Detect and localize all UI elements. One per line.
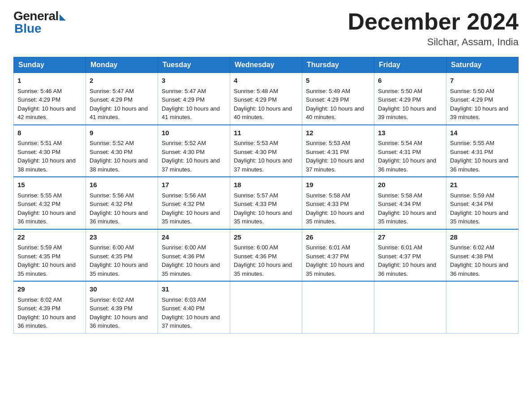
day-number: 12: [306, 128, 370, 138]
day-info: Sunrise: 5:57 AMSunset: 4:33 PMDaylight:…: [234, 192, 292, 225]
day-number: 3: [162, 76, 226, 86]
day-info: Sunrise: 5:49 AMSunset: 4:29 PMDaylight:…: [306, 88, 364, 121]
logo-arrow-icon: [60, 14, 66, 21]
calendar-cell: [374, 281, 446, 333]
title-block: December 2024 Silchar, Assam, India: [348, 9, 519, 48]
day-info: Sunrise: 6:00 AMSunset: 4:36 PMDaylight:…: [162, 244, 220, 277]
calendar-cell: 16 Sunrise: 5:56 AMSunset: 4:32 PMDaylig…: [86, 177, 158, 229]
weekday-header-tuesday: Tuesday: [158, 57, 230, 73]
day-number: 22: [17, 232, 82, 243]
calendar-cell: 3 Sunrise: 5:47 AMSunset: 4:29 PMDayligh…: [158, 73, 230, 125]
weekday-header-sunday: Sunday: [14, 57, 86, 73]
day-info: Sunrise: 5:55 AMSunset: 4:31 PMDaylight:…: [450, 140, 508, 173]
day-info: Sunrise: 5:59 AMSunset: 4:35 PMDaylight:…: [17, 244, 76, 277]
day-number: 20: [378, 180, 442, 190]
calendar-cell: 10 Sunrise: 5:52 AMSunset: 4:30 PMDaylig…: [158, 125, 230, 177]
calendar-cell: 2 Sunrise: 5:47 AMSunset: 4:29 PMDayligh…: [86, 73, 158, 125]
location-text: Silchar, Assam, India: [348, 36, 519, 48]
day-info: Sunrise: 6:02 AMSunset: 4:39 PMDaylight:…: [90, 296, 148, 330]
month-title: December 2024: [348, 9, 519, 34]
day-number: 31: [162, 284, 226, 295]
calendar-cell: 8 Sunrise: 5:51 AMSunset: 4:30 PMDayligh…: [14, 125, 86, 177]
day-info: Sunrise: 5:56 AMSunset: 4:32 PMDaylight:…: [90, 192, 148, 225]
day-number: 9: [90, 128, 154, 138]
calendar-cell: [446, 281, 519, 333]
calendar-cell: [302, 281, 374, 333]
calendar-cell: 17 Sunrise: 5:56 AMSunset: 4:32 PMDaylig…: [158, 177, 230, 229]
day-info: Sunrise: 5:56 AMSunset: 4:32 PMDaylight:…: [162, 192, 220, 225]
day-number: 7: [450, 76, 515, 86]
day-info: Sunrise: 5:50 AMSunset: 4:29 PMDaylight:…: [378, 88, 436, 121]
day-info: Sunrise: 5:52 AMSunset: 4:30 PMDaylight:…: [90, 140, 148, 173]
calendar-cell: 12 Sunrise: 5:53 AMSunset: 4:31 PMDaylig…: [302, 125, 374, 177]
day-number: 10: [162, 128, 226, 138]
weekday-header-thursday: Thursday: [302, 57, 374, 73]
weekday-header-row: SundayMondayTuesdayWednesdayThursdayFrid…: [14, 57, 519, 73]
day-number: 2: [90, 76, 154, 86]
calendar-cell: 9 Sunrise: 5:52 AMSunset: 4:30 PMDayligh…: [86, 125, 158, 177]
day-number: 23: [90, 232, 154, 243]
calendar-cell: 21 Sunrise: 5:59 AMSunset: 4:34 PMDaylig…: [446, 177, 519, 229]
calendar-table: SundayMondayTuesdayWednesdayThursdayFrid…: [13, 57, 519, 334]
calendar-week-row: 22 Sunrise: 5:59 AMSunset: 4:35 PMDaylig…: [14, 229, 519, 282]
day-info: Sunrise: 5:52 AMSunset: 4:30 PMDaylight:…: [162, 140, 220, 173]
day-info: Sunrise: 5:51 AMSunset: 4:30 PMDaylight:…: [17, 140, 76, 173]
day-number: 27: [378, 232, 442, 243]
day-info: Sunrise: 5:46 AMSunset: 4:29 PMDaylight:…: [17, 88, 76, 121]
day-number: 17: [162, 180, 226, 190]
day-info: Sunrise: 6:00 AMSunset: 4:36 PMDaylight:…: [234, 244, 292, 277]
weekday-header-wednesday: Wednesday: [230, 57, 302, 73]
day-number: 30: [90, 284, 154, 295]
calendar-cell: 14 Sunrise: 5:55 AMSunset: 4:31 PMDaylig…: [446, 125, 519, 177]
day-info: Sunrise: 5:58 AMSunset: 4:34 PMDaylight:…: [378, 192, 436, 225]
day-number: 4: [234, 76, 298, 86]
calendar-cell: 1 Sunrise: 5:46 AMSunset: 4:29 PMDayligh…: [14, 73, 86, 125]
day-info: Sunrise: 6:02 AMSunset: 4:39 PMDaylight:…: [17, 296, 76, 330]
day-number: 14: [450, 128, 515, 138]
day-number: 15: [17, 180, 82, 190]
calendar-cell: 30 Sunrise: 6:02 AMSunset: 4:39 PMDaylig…: [86, 281, 158, 333]
calendar-cell: 13 Sunrise: 5:54 AMSunset: 4:31 PMDaylig…: [374, 125, 446, 177]
day-number: 25: [234, 232, 298, 243]
day-info: Sunrise: 6:00 AMSunset: 4:35 PMDaylight:…: [90, 244, 148, 277]
calendar-cell: 25 Sunrise: 6:00 AMSunset: 4:36 PMDaylig…: [230, 229, 302, 282]
calendar-cell: 4 Sunrise: 5:48 AMSunset: 4:29 PMDayligh…: [230, 73, 302, 125]
logo: General Blue: [13, 9, 66, 36]
day-number: 8: [17, 128, 82, 138]
day-info: Sunrise: 5:58 AMSunset: 4:33 PMDaylight:…: [306, 192, 364, 225]
day-info: Sunrise: 5:55 AMSunset: 4:32 PMDaylight:…: [17, 192, 76, 225]
day-info: Sunrise: 6:03 AMSunset: 4:40 PMDaylight:…: [162, 296, 220, 330]
day-number: 19: [306, 180, 370, 190]
calendar-week-row: 29 Sunrise: 6:02 AMSunset: 4:39 PMDaylig…: [14, 281, 519, 333]
calendar-cell: 22 Sunrise: 5:59 AMSunset: 4:35 PMDaylig…: [14, 229, 86, 282]
calendar-week-row: 15 Sunrise: 5:55 AMSunset: 4:32 PMDaylig…: [14, 177, 519, 229]
calendar-week-row: 8 Sunrise: 5:51 AMSunset: 4:30 PMDayligh…: [14, 125, 519, 177]
day-number: 11: [234, 128, 298, 138]
weekday-header-saturday: Saturday: [446, 57, 519, 73]
day-info: Sunrise: 5:53 AMSunset: 4:30 PMDaylight:…: [234, 140, 292, 173]
day-number: 1: [17, 76, 82, 86]
day-number: 18: [234, 180, 298, 190]
day-info: Sunrise: 6:01 AMSunset: 4:37 PMDaylight:…: [306, 244, 364, 277]
day-number: 29: [17, 284, 82, 295]
calendar-cell: 7 Sunrise: 5:50 AMSunset: 4:29 PMDayligh…: [446, 73, 519, 125]
calendar-cell: 23 Sunrise: 6:00 AMSunset: 4:35 PMDaylig…: [86, 229, 158, 282]
calendar-cell: 5 Sunrise: 5:49 AMSunset: 4:29 PMDayligh…: [302, 73, 374, 125]
day-number: 5: [306, 76, 370, 86]
day-info: Sunrise: 5:47 AMSunset: 4:29 PMDaylight:…: [90, 88, 148, 121]
calendar-cell: 31 Sunrise: 6:03 AMSunset: 4:40 PMDaylig…: [158, 281, 230, 333]
day-info: Sunrise: 5:47 AMSunset: 4:29 PMDaylight:…: [162, 88, 220, 121]
calendar-cell: 20 Sunrise: 5:58 AMSunset: 4:34 PMDaylig…: [374, 177, 446, 229]
day-number: 28: [450, 232, 515, 243]
calendar-cell: 27 Sunrise: 6:01 AMSunset: 4:37 PMDaylig…: [374, 229, 446, 282]
day-info: Sunrise: 5:50 AMSunset: 4:29 PMDaylight:…: [450, 88, 508, 121]
day-info: Sunrise: 6:01 AMSunset: 4:37 PMDaylight:…: [378, 244, 436, 277]
day-number: 24: [162, 232, 226, 243]
logo-blue-text: Blue: [14, 21, 42, 36]
day-number: 21: [450, 180, 515, 190]
calendar-cell: 26 Sunrise: 6:01 AMSunset: 4:37 PMDaylig…: [302, 229, 374, 282]
weekday-header-friday: Friday: [374, 57, 446, 73]
calendar-cell: [230, 281, 302, 333]
day-number: 26: [306, 232, 370, 243]
calendar-cell: 11 Sunrise: 5:53 AMSunset: 4:30 PMDaylig…: [230, 125, 302, 177]
